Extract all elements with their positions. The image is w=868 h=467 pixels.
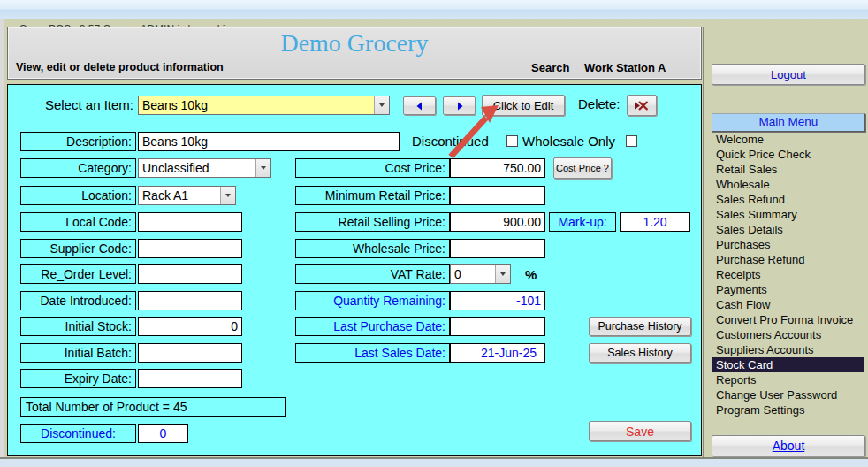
vat-rate-unit: % [525, 267, 537, 282]
sidebar-item-purchase-refund[interactable]: Purchase Refund [712, 252, 864, 267]
location-label: Location: [20, 186, 136, 205]
chevron-down-icon[interactable] [220, 187, 235, 204]
main-menu-header[interactable]: Main Menu [712, 113, 865, 132]
cost-price-label: Cost Price: [295, 158, 450, 178]
sidebar-item-change-user-password[interactable]: Change User Password [712, 387, 864, 402]
markup-label: Mark-up: [549, 212, 616, 232]
workstation-label: Work Station A [584, 61, 666, 74]
arrow-left-icon [415, 102, 424, 111]
wholesale-price-field[interactable] [450, 239, 545, 258]
next-item-button[interactable] [443, 96, 476, 115]
sidebar-item-sales-summary[interactable]: Sales Summary [712, 207, 864, 222]
discontinued-checkbox[interactable] [506, 135, 518, 147]
window-bottom-edge [0, 459, 868, 467]
logout-button[interactable]: Logout [712, 64, 865, 85]
delete-record-icon [634, 100, 650, 111]
vat-rate-select-value: 0 [451, 265, 495, 283]
delete-label: Delete: [578, 96, 621, 111]
vat-rate-label: VAT Rate: [295, 264, 450, 284]
quantity-remaining-label: Quantity Remaining: [295, 291, 450, 310]
sidebar-item-welcome[interactable]: Welcome [712, 132, 864, 147]
discontinued-checkbox-label: Discontinued [412, 134, 489, 149]
click-to-edit-button[interactable]: Click to Edit [482, 95, 565, 116]
cost-price-field[interactable]: 750.00 [450, 158, 545, 178]
sidebar-item-sales-details[interactable]: Sales Details [712, 222, 864, 237]
date-introduced-label: Date Introduced: [20, 291, 136, 310]
vat-rate-select[interactable]: 0 [450, 264, 511, 284]
stock-card-form: Select an Item: Beans 10kg Click to Edit… [7, 84, 702, 456]
save-button[interactable]: Save [589, 421, 691, 441]
discontinued-count-label: Discontinued: [20, 424, 136, 443]
location-select[interactable]: Rack A1 [138, 186, 236, 205]
discontinued-count-field: 0 [138, 424, 188, 443]
expiry-date-label: Expiry Date: [20, 369, 136, 388]
markup-field: 1.20 [620, 212, 690, 232]
sidebar-item-suppliers-accounts[interactable]: Suppliers Accounts [712, 342, 864, 357]
purchase-history-button[interactable]: Purchase History [589, 317, 691, 336]
sidebar-menu: Welcome Quick Price Check Retail Sales W… [712, 132, 864, 417]
about-button-label: About [773, 439, 805, 453]
chevron-down-icon[interactable] [374, 96, 389, 114]
local-code-field[interactable] [138, 212, 242, 232]
last-purchase-date-field [450, 317, 545, 336]
sidebar-item-receipts[interactable]: Receipts [712, 267, 864, 282]
initial-batch-field[interactable] [138, 343, 242, 363]
select-item-label: Select an Item: [8, 97, 133, 112]
last-purchase-date-label: Last Purchase Date: [295, 317, 450, 336]
supplier-code-field[interactable] [138, 239, 242, 258]
retail-selling-price-field[interactable]: 900.00 [450, 212, 545, 232]
sidebar-item-retail-sales[interactable]: Retail Sales [712, 162, 864, 177]
expiry-date-field[interactable] [138, 369, 242, 388]
sidebar-item-quick-price-check[interactable]: Quick Price Check [712, 147, 864, 162]
chevron-down-icon[interactable] [495, 265, 510, 283]
app-window: SavvyPOS v3.57-Server ADMIN is logged in… [0, 0, 868, 467]
wholesale-price-label: Wholesale Price: [295, 239, 450, 258]
sales-history-button[interactable]: Sales History [589, 343, 691, 363]
arrow-right-icon [455, 102, 464, 111]
sidebar-item-reports[interactable]: Reports [712, 372, 864, 387]
sidebar-item-program-settings[interactable]: Program Settings [712, 402, 864, 417]
chevron-down-icon[interactable] [255, 159, 270, 177]
sidebar-item-customers-accounts[interactable]: Customers Accounts [712, 327, 864, 342]
retail-selling-price-label: Retail Selling Price: [295, 212, 450, 232]
panel-divider [703, 27, 704, 458]
wholesale-only-checkbox[interactable] [626, 135, 637, 147]
sidebar-item-payments[interactable]: Payments [712, 282, 864, 297]
initial-stock-field[interactable]: 0 [138, 317, 242, 336]
reorder-level-label: Re_Order Level: [20, 264, 136, 284]
search-label[interactable]: Search [531, 61, 569, 74]
about-button[interactable]: About [712, 435, 865, 456]
item-select-value: Beans 10kg [139, 96, 374, 114]
last-sales-date-label: Last Sales Date: [295, 343, 450, 363]
previous-item-button[interactable] [403, 96, 436, 115]
item-select[interactable]: Beans 10kg [138, 96, 390, 115]
category-label: Category: [20, 158, 136, 178]
quantity-remaining-field: -101 [450, 291, 545, 310]
description-label: Description: [20, 132, 136, 151]
sidebar-item-wholesale[interactable]: Wholesale [712, 177, 864, 192]
page-subtitle: View, edit or delete product information [16, 61, 224, 73]
category-select[interactable]: Unclassified [138, 158, 271, 178]
total-products-box: Total Number of Product = 45 [20, 397, 286, 417]
reorder-level-field[interactable] [138, 264, 242, 284]
sidebar-item-cash-flow[interactable]: Cash Flow [712, 297, 864, 312]
date-introduced-field[interactable] [138, 291, 242, 310]
supplier-code-label: Supplier Code: [20, 239, 136, 258]
last-sales-date-field: 21-Jun-25 [450, 343, 545, 363]
min-retail-price-field[interactable] [450, 186, 545, 205]
sidebar-item-convert-pro-forma-invoice[interactable]: Convert Pro Forma Invoice [712, 312, 864, 327]
local-code-label: Local Code: [20, 212, 136, 232]
sidebar-item-stock-card[interactable]: Stock Card [712, 357, 864, 372]
delete-record-button[interactable] [627, 95, 657, 116]
category-select-value: Unclassified [139, 159, 255, 177]
cost-price-help-button[interactable]: Cost Price ? [553, 157, 612, 179]
location-select-value: Rack A1 [139, 187, 220, 204]
description-field[interactable]: Beans 10kg [138, 132, 400, 151]
sidebar-item-sales-refund[interactable]: Sales Refund [712, 192, 864, 207]
window-titlebar: SavvyPOS v3.57-Server ADMIN is logged in [0, 0, 868, 19]
min-retail-price-label: Minimum Retail Price: [295, 186, 450, 205]
wholesale-only-checkbox-label: Wholesale Only [522, 134, 615, 149]
window-left-edge [0, 19, 4, 460]
sidebar-item-purchases[interactable]: Purchases [712, 237, 864, 252]
initial-stock-label: Initial Stock: [20, 317, 136, 336]
